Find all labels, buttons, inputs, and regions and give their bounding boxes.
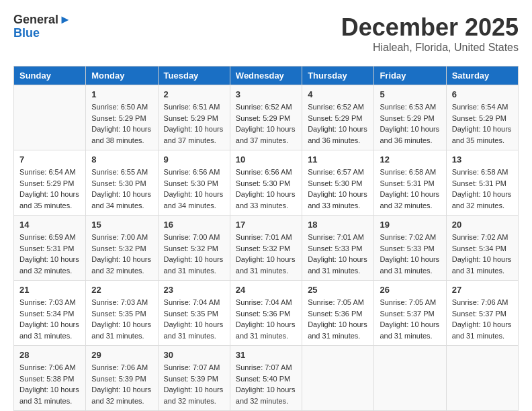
logo: General ► Blue [13, 13, 71, 40]
calendar-cell: 18Sunrise: 7:01 AMSunset: 5:33 PMDayligh… [302, 216, 374, 281]
calendar-cell: 22Sunrise: 7:03 AMSunset: 5:35 PMDayligh… [86, 281, 158, 346]
calendar-cell: 28Sunrise: 7:06 AMSunset: 5:38 PMDayligh… [14, 346, 86, 411]
calendar-week-row: 7Sunrise: 6:54 AMSunset: 5:29 PMDaylight… [14, 150, 519, 216]
calendar-cell [374, 346, 446, 411]
calendar-cell: 13Sunrise: 6:58 AMSunset: 5:31 PMDayligh… [446, 150, 518, 216]
day-info: Sunrise: 6:58 AMSunset: 5:31 PMDaylight:… [380, 167, 440, 211]
calendar-cell: 9Sunrise: 6:56 AMSunset: 5:30 PMDaylight… [158, 150, 230, 216]
calendar-cell: 14Sunrise: 6:59 AMSunset: 5:31 PMDayligh… [14, 216, 86, 281]
day-info: Sunrise: 6:50 AMSunset: 5:29 PMDaylight:… [91, 101, 152, 146]
calendar-cell: 29Sunrise: 7:06 AMSunset: 5:39 PMDayligh… [86, 346, 158, 411]
calendar-cell: 21Sunrise: 7:03 AMSunset: 5:34 PMDayligh… [14, 281, 86, 346]
day-info: Sunrise: 7:01 AMSunset: 5:32 PMDaylight:… [236, 232, 296, 276]
day-info: Sunrise: 6:52 AMSunset: 5:29 PMDaylight:… [308, 101, 368, 146]
day-info: Sunrise: 7:00 AMSunset: 5:32 PMDaylight:… [91, 232, 152, 276]
calendar-cell: 20Sunrise: 7:02 AMSunset: 5:34 PMDayligh… [446, 216, 518, 281]
calendar-cell: 12Sunrise: 6:58 AMSunset: 5:31 PMDayligh… [374, 150, 446, 216]
calendar-cell: 8Sunrise: 6:55 AMSunset: 5:30 PMDaylight… [86, 150, 158, 216]
day-number: 6 [452, 89, 513, 99]
day-info: Sunrise: 6:52 AMSunset: 5:29 PMDaylight:… [236, 101, 296, 146]
day-number: 10 [236, 154, 296, 165]
day-number: 26 [380, 285, 440, 295]
day-number: 23 [164, 285, 224, 295]
calendar-cell: 5Sunrise: 6:53 AMSunset: 5:29 PMDaylight… [374, 85, 446, 150]
day-info: Sunrise: 7:06 AMSunset: 5:38 PMDaylight:… [19, 362, 80, 406]
calendar-cell: 11Sunrise: 6:57 AMSunset: 5:30 PMDayligh… [302, 150, 374, 216]
day-info: Sunrise: 7:07 AMSunset: 5:40 PMDaylight:… [236, 362, 296, 406]
day-info: Sunrise: 6:53 AMSunset: 5:29 PMDaylight:… [380, 101, 440, 146]
calendar-table: SundayMondayTuesdayWednesdayThursdayFrid… [13, 66, 519, 411]
day-info: Sunrise: 7:06 AMSunset: 5:39 PMDaylight:… [91, 362, 152, 406]
day-number: 5 [380, 89, 440, 99]
day-info: Sunrise: 7:00 AMSunset: 5:32 PMDaylight:… [164, 232, 224, 276]
calendar-cell: 7Sunrise: 6:54 AMSunset: 5:29 PMDaylight… [14, 150, 86, 216]
logo-general: General [13, 13, 58, 27]
day-info: Sunrise: 6:51 AMSunset: 5:29 PMDaylight:… [164, 101, 224, 146]
day-info: Sunrise: 7:03 AMSunset: 5:35 PMDaylight:… [91, 297, 152, 341]
weekday-header: Friday [374, 66, 446, 85]
day-number: 3 [236, 89, 296, 99]
day-info: Sunrise: 6:59 AMSunset: 5:31 PMDaylight:… [19, 232, 80, 276]
weekday-header: Saturday [446, 66, 518, 85]
calendar-cell [446, 346, 518, 411]
calendar-cell: 26Sunrise: 7:05 AMSunset: 5:37 PMDayligh… [374, 281, 446, 346]
day-info: Sunrise: 7:05 AMSunset: 5:36 PMDaylight:… [308, 297, 368, 341]
day-number: 20 [452, 220, 513, 230]
day-info: Sunrise: 6:56 AMSunset: 5:30 PMDaylight:… [164, 167, 224, 211]
weekday-header: Monday [86, 66, 158, 85]
day-number: 24 [236, 285, 296, 295]
day-number: 1 [91, 89, 152, 99]
calendar-header: SundayMondayTuesdayWednesdayThursdayFrid… [14, 66, 519, 85]
day-info: Sunrise: 6:54 AMSunset: 5:29 PMDaylight:… [452, 101, 513, 146]
calendar-cell: 2Sunrise: 6:51 AMSunset: 5:29 PMDaylight… [158, 85, 230, 150]
calendar-week-row: 1Sunrise: 6:50 AMSunset: 5:29 PMDaylight… [14, 85, 519, 150]
calendar-cell: 1Sunrise: 6:50 AMSunset: 5:29 PMDaylight… [86, 85, 158, 150]
calendar-cell: 3Sunrise: 6:52 AMSunset: 5:29 PMDaylight… [230, 85, 302, 150]
day-number: 13 [452, 154, 513, 165]
calendar-cell: 19Sunrise: 7:02 AMSunset: 5:33 PMDayligh… [374, 216, 446, 281]
day-info: Sunrise: 6:54 AMSunset: 5:29 PMDaylight:… [19, 167, 80, 211]
day-number: 18 [308, 220, 368, 230]
calendar-cell: 23Sunrise: 7:04 AMSunset: 5:35 PMDayligh… [158, 281, 230, 346]
day-info: Sunrise: 7:01 AMSunset: 5:33 PMDaylight:… [308, 232, 368, 276]
day-number: 28 [19, 350, 80, 360]
day-number: 22 [91, 285, 152, 295]
day-number: 8 [91, 154, 152, 165]
day-info: Sunrise: 7:03 AMSunset: 5:34 PMDaylight:… [19, 297, 80, 341]
day-info: Sunrise: 6:56 AMSunset: 5:30 PMDaylight:… [236, 167, 296, 211]
day-number: 30 [164, 350, 224, 360]
calendar-cell: 30Sunrise: 7:07 AMSunset: 5:39 PMDayligh… [158, 346, 230, 411]
day-number: 14 [19, 220, 80, 230]
page-title: December 2025 [341, 13, 519, 42]
calendar-cell [14, 85, 86, 150]
day-info: Sunrise: 6:57 AMSunset: 5:30 PMDaylight:… [308, 167, 368, 211]
day-number: 15 [91, 220, 152, 230]
logo-blue: Blue [13, 27, 71, 40]
calendar-cell: 27Sunrise: 7:06 AMSunset: 5:37 PMDayligh… [446, 281, 518, 346]
day-info: Sunrise: 7:04 AMSunset: 5:35 PMDaylight:… [164, 297, 224, 341]
page-header: December 2025 Hialeah, Florida, United S… [341, 13, 519, 54]
calendar-cell: 6Sunrise: 6:54 AMSunset: 5:29 PMDaylight… [446, 85, 518, 150]
day-number: 2 [164, 89, 224, 99]
day-info: Sunrise: 7:02 AMSunset: 5:34 PMDaylight:… [452, 232, 513, 276]
day-number: 12 [380, 154, 440, 165]
weekday-header: Thursday [302, 66, 374, 85]
day-number: 4 [308, 89, 368, 99]
day-number: 19 [380, 220, 440, 230]
day-number: 7 [19, 154, 80, 165]
day-number: 29 [91, 350, 152, 360]
day-info: Sunrise: 7:02 AMSunset: 5:33 PMDaylight:… [380, 232, 440, 276]
logo-arrow-icon: ► [59, 13, 71, 27]
day-info: Sunrise: 6:58 AMSunset: 5:31 PMDaylight:… [452, 167, 513, 211]
day-info: Sunrise: 7:05 AMSunset: 5:37 PMDaylight:… [380, 297, 440, 341]
day-number: 21 [19, 285, 80, 295]
weekday-header: Tuesday [158, 66, 230, 85]
calendar-cell: 25Sunrise: 7:05 AMSunset: 5:36 PMDayligh… [302, 281, 374, 346]
page-subtitle: Hialeah, Florida, United States [341, 42, 519, 54]
calendar-cell: 24Sunrise: 7:04 AMSunset: 5:36 PMDayligh… [230, 281, 302, 346]
weekday-header: Sunday [14, 66, 86, 85]
calendar-cell: 15Sunrise: 7:00 AMSunset: 5:32 PMDayligh… [86, 216, 158, 281]
day-info: Sunrise: 6:55 AMSunset: 5:30 PMDaylight:… [91, 167, 152, 211]
day-number: 16 [164, 220, 224, 230]
calendar-week-row: 21Sunrise: 7:03 AMSunset: 5:34 PMDayligh… [14, 281, 519, 346]
